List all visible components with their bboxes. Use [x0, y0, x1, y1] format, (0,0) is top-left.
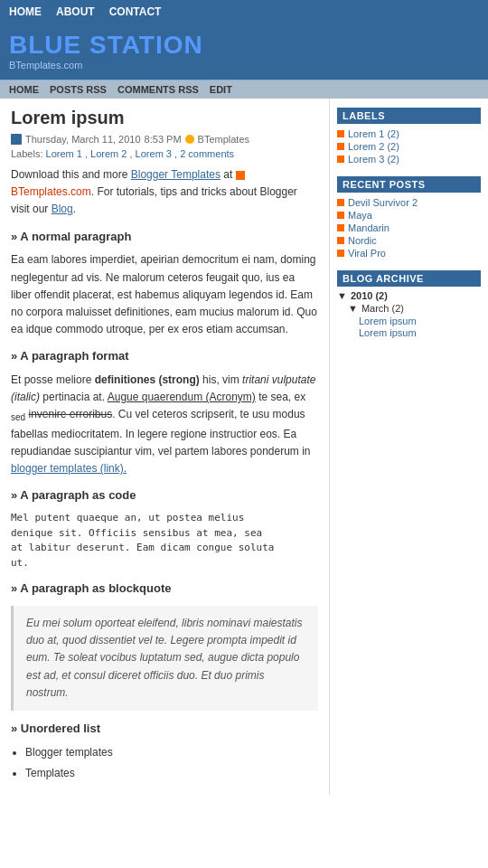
label-item-1: Lorem 1 (2) [337, 127, 481, 140]
label-icon-1 [337, 130, 344, 137]
section-header-3: » A paragraph as code [11, 486, 318, 505]
post-meta: Thursday, March 11, 2010 8:53 PM BTempla… [11, 134, 318, 145]
recent-icon-1 [337, 199, 344, 206]
labels-section: LABELS Lorem 1 (2) Lorem 2 (2) Lorem 3 (… [337, 108, 481, 165]
recent-icon-4 [337, 237, 344, 244]
code-block: Mel putent quaeque an, ut postea melius … [11, 511, 318, 571]
recent-icon-5 [337, 250, 344, 257]
btemplates-domain: BTemplates [11, 185, 68, 198]
label-item-3: Lorem 3 (2) [337, 153, 481, 165]
recent-item-1: Devil Survivor 2 [337, 196, 481, 209]
period: . [73, 203, 76, 215]
calendar-icon [11, 134, 22, 145]
recent-icon-2 [337, 212, 344, 219]
recent-link-1[interactable]: Devil Survivor 2 [348, 197, 418, 208]
main-content: Lorem ipsum Thursday, March 11, 2010 8:5… [0, 99, 330, 795]
s2-text1: Et posse meliore [11, 373, 95, 386]
labels-title: LABELS [337, 108, 481, 124]
s2-text2: his, vim [200, 373, 242, 386]
recent-item-3: Mandarin [337, 222, 481, 234]
archive-section: BLOG ARCHIVE ▼ 2010 (2) ▼ March (2) Lore… [337, 270, 481, 338]
btemplates-icon [236, 171, 245, 180]
s2-sub: sed [11, 413, 25, 423]
blogger-templates-link[interactable]: Blogger Templates [131, 168, 221, 181]
sec-nav-edit[interactable]: EDIT [210, 84, 232, 95]
month-link-march[interactable]: March (2) [361, 303, 404, 314]
list-item-1: Blogger templates [25, 744, 318, 761]
s2-link[interactable]: blogger templates (link). [11, 462, 127, 475]
intro-at: at [223, 168, 235, 181]
recent-link-2[interactable]: Maya [348, 210, 372, 221]
recent-item-4: Nordic [337, 234, 481, 247]
section-header-5: » Unordered list [11, 720, 318, 739]
archive-post-1[interactable]: Lorem ipsum [359, 316, 481, 326]
section-2-body: Et posse meliore definitiones (strong) h… [11, 372, 318, 477]
archive-post-2[interactable]: Lorem ipsum [359, 327, 481, 338]
year-link-2010[interactable]: 2010 (2) [351, 290, 388, 301]
intro-text: Download this and more [11, 168, 131, 181]
year-triangle: ▼ [337, 290, 347, 301]
lock-icon [185, 135, 194, 144]
post-time: 8:53 PM [145, 134, 182, 145]
recent-item-2: Maya [337, 209, 481, 222]
sidebar: LABELS Lorem 1 (2) Lorem 2 (2) Lorem 3 (… [330, 99, 488, 795]
recent-link-3[interactable]: Mandarin [348, 222, 389, 233]
unordered-list: Blogger templates Templates [25, 744, 318, 782]
site-header: BLUE STATION BTemplates.com [0, 24, 488, 80]
sec-nav-home[interactable]: HOME [9, 84, 39, 95]
s2-text3: pertinacia at. [40, 391, 108, 403]
s2-strong: definitiones (strong) [95, 373, 200, 386]
nav-contact[interactable]: CONTACT [109, 5, 162, 18]
blog-link[interactable]: Blog [52, 203, 73, 215]
btemplates-link[interactable]: BTemplates.com [11, 185, 91, 198]
intro-paragraph: Download this and more Blogger Templates… [11, 166, 318, 219]
recent-posts-title: RECENT POSTS [337, 176, 481, 193]
site-title: BLUE STATION [9, 31, 479, 60]
sec-nav-posts-rss[interactable]: POSTS RSS [50, 84, 107, 95]
label-link-2[interactable]: Lorem 2 [90, 148, 127, 159]
label-link-s-3[interactable]: Lorem 3 (2) [348, 154, 399, 165]
page-layout: Lorem ipsum Thursday, March 11, 2010 8:5… [0, 99, 488, 795]
btemplates-tld: .com [68, 185, 91, 198]
label-link-s-1[interactable]: Lorem 1 (2) [348, 128, 399, 139]
nav-home[interactable]: HOME [9, 5, 42, 18]
label-link-3[interactable]: Lorem 3 [136, 148, 172, 159]
s2-strikethrough: invenire erroribus [28, 408, 112, 420]
section-header-1: » A normal paragraph [11, 228, 318, 247]
label-link-1[interactable]: Lorem 1 [46, 148, 82, 159]
post-labels: Labels: Lorem 1 , Lorem 2 , Lorem 3 , 2 … [11, 148, 318, 159]
secondary-navigation: HOME POSTS RSS COMMENTS RSS EDIT [0, 80, 488, 99]
post-title: Lorem ipsum [11, 108, 318, 128]
recent-link-5[interactable]: Viral Pro [348, 248, 386, 259]
section-header-4: » A paragraph as blockquote [11, 580, 318, 599]
labels-prefix: Labels: [11, 148, 42, 159]
list-item-2: Templates [25, 765, 318, 782]
recent-item-5: Viral Pro [337, 247, 481, 259]
label-icon-3 [337, 156, 344, 163]
sec-nav-comments-rss[interactable]: COMMENTS RSS [117, 84, 199, 95]
post-date: Thursday, March 11, 2010 [25, 134, 141, 145]
recent-link-4[interactable]: Nordic [348, 235, 377, 246]
section-1-body: Ea eam labores imperdiet, apeirian democ… [11, 251, 318, 338]
recent-icon-3 [337, 224, 344, 231]
site-subtitle: BTemplates.com [9, 60, 479, 76]
s2-underline: Augue quaerendum (Acronym) [108, 391, 256, 403]
archive-year-2010: ▼ 2010 (2) [337, 290, 481, 301]
recent-posts-section: RECENT POSTS Devil Survivor 2 Maya Manda… [337, 176, 481, 259]
label-icon-2 [337, 143, 344, 150]
label-item-2: Lorem 2 (2) [337, 140, 481, 153]
archive-month-march: ▼ March (2) [348, 303, 481, 314]
archive-title: BLOG ARCHIVE [337, 270, 481, 287]
label-link-s-2[interactable]: Lorem 2 (2) [348, 141, 399, 152]
month-triangle: ▼ [348, 303, 358, 314]
top-navigation: HOME ABOUT CONTACT [0, 0, 488, 24]
comments-link[interactable]: 2 comments [180, 148, 234, 159]
nav-about[interactable]: ABOUT [56, 5, 95, 18]
blockquote: Eu mei solum oporteat eleifend, libris n… [11, 606, 318, 711]
post-body: Download this and more Blogger Templates… [11, 166, 318, 782]
section-header-2: » A paragraph format [11, 347, 318, 366]
post-author: BTemplates [198, 134, 249, 145]
